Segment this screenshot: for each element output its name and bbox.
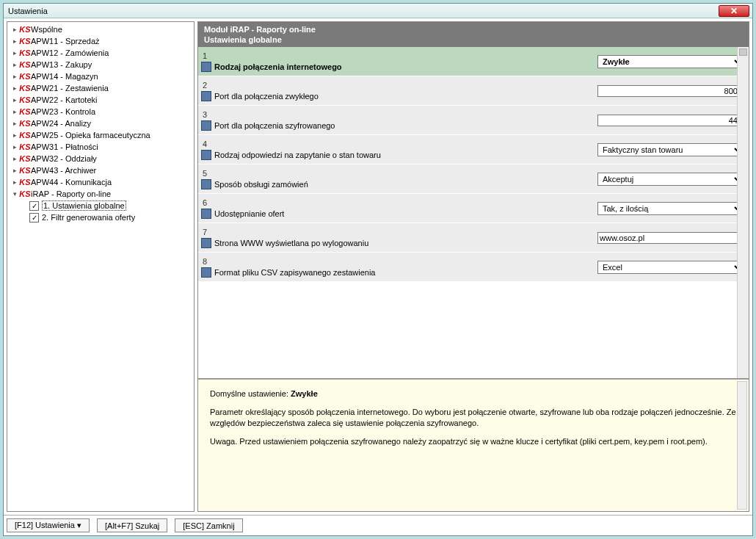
tree-item[interactable]: ▸KSAPW12 - Zamówienia: [9, 47, 192, 59]
tree-item[interactable]: ▸KSAPW23 - Kontrola: [9, 106, 192, 117]
close-button[interactable]: ✕: [719, 5, 749, 17]
setting-icon: [201, 120, 211, 131]
setting-label: Port dla połączenia szyfrowanego: [214, 121, 335, 130]
setting-label: Udostępnianie ofert: [214, 209, 284, 218]
tree-item[interactable]: ▸KSAPW32 - Oddziały: [9, 153, 192, 164]
tree-item[interactable]: ▸KSWspólne: [9, 23, 192, 35]
ks-icon: KS: [19, 177, 31, 187]
footer-toolbar: [F12] Ustawienia ▾ [Alt+F7] Szukaj [ESC]…: [4, 515, 752, 535]
chevron-right-icon[interactable]: ▸: [10, 131, 19, 139]
header-line2: Ustawienia globalne: [204, 35, 743, 45]
row-number: 3: [201, 110, 597, 119]
ks-icon: KS: [19, 59, 31, 70]
row-number: 1: [201, 51, 597, 60]
tree-item-label: APW11 - Sprzedaż: [31, 37, 100, 46]
settings-window: Ustawienia ✕ ▸KSWspólne▸KSAPW11 - Sprzed…: [3, 3, 753, 536]
ks-icon: KS: [19, 24, 31, 35]
setting-select[interactable]: Tak, z ilością: [597, 202, 744, 215]
scrollbar[interactable]: [737, 381, 747, 510]
chevron-right-icon[interactable]: ▸: [10, 61, 19, 68]
tree-sub-item[interactable]: ✓1. Ustawienia globalne: [9, 200, 192, 211]
setting-row[interactable]: 4Rodzaj odpowiedzi na zapytanie o stan t…: [198, 135, 749, 164]
default-setting-line: Domyślne ustawienie: Zwykłe: [210, 388, 737, 399]
setting-icon: [201, 267, 211, 278]
settings-panel: Moduł iRAP - Raporty on-line Ustawienia …: [197, 21, 749, 512]
setting-row[interactable]: 1Rodzaj połączenia internetowegoZwykłe: [198, 47, 749, 76]
search-button[interactable]: [Alt+F7] Szukaj: [97, 518, 167, 532]
ks-icon: KS: [19, 95, 31, 105]
tree-item[interactable]: ▸KSAPW43 - Archiwer: [9, 164, 192, 176]
setting-row[interactable]: 3Port dla połączenia szyfrowanego: [198, 106, 749, 135]
ks-icon: KS: [19, 48, 31, 58]
panel-header: Moduł iRAP - Raporty on-line Ustawienia …: [198, 22, 749, 47]
ks-icon: KS: [19, 71, 31, 82]
tree-item-label: APW24 - Analizy: [31, 119, 91, 128]
window-title: Ustawienia: [8, 7, 719, 15]
chevron-right-icon[interactable]: ▸: [10, 49, 19, 57]
chevron-right-icon[interactable]: ▸: [10, 143, 19, 151]
scrollbar[interactable]: [737, 47, 749, 378]
chevron-right-icon[interactable]: ▸: [10, 120, 19, 127]
tree-item-label: Wspólne: [31, 25, 62, 34]
setting-row[interactable]: 8Format pliku CSV zapisywanego zestawien…: [198, 253, 749, 282]
tree-item-label: APW25 - Opieka farmaceutyczna: [31, 131, 150, 140]
tree-item[interactable]: ▸KSAPW24 - Analizy: [9, 117, 192, 129]
checkbox-icon: ✓: [29, 213, 39, 223]
setting-icon: [201, 238, 211, 248]
tree-item[interactable]: ▸KSAPW21 - Zestawienia: [9, 82, 192, 94]
close-footer-button[interactable]: [ESC] Zamknij: [175, 518, 242, 532]
setting-select[interactable]: Zwykłe: [597, 55, 744, 68]
setting-input[interactable]: [597, 115, 744, 126]
setting-row[interactable]: 5Sposób obsługi zamówieńAkceptuj: [198, 164, 749, 194]
setting-select[interactable]: Akceptuj: [597, 173, 744, 186]
setting-label: Strona WWW wyświetlana po wylogowaniu: [214, 239, 368, 247]
setting-select[interactable]: Excel: [597, 261, 744, 274]
tree-item[interactable]: ▸KSAPW44 - Komunikacja: [9, 176, 192, 188]
description-p1: Parametr określający sposób połączenia i…: [210, 407, 737, 429]
row-number: 8: [201, 257, 597, 266]
setting-row[interactable]: 2Port dla połączenia zwykłego: [198, 76, 749, 106]
tree-item-label: APW31 - Płatności: [31, 142, 98, 151]
chevron-right-icon[interactable]: ▸: [10, 108, 19, 115]
description-p2: Uwaga. Przed ustawieniem połączenia szyf…: [210, 436, 737, 447]
tree-item-label: APW43 - Archiwer: [31, 166, 96, 175]
chevron-right-icon[interactable]: ▸: [10, 37, 19, 45]
ks-icon: KS: [19, 83, 31, 93]
chevron-right-icon[interactable]: ▸: [10, 84, 19, 92]
setting-label: Rodzaj odpowiedzi na zapytanie o stan to…: [214, 151, 381, 159]
row-number: 4: [201, 140, 597, 148]
ks-icon: KS: [19, 165, 31, 176]
setting-icon: [201, 62, 211, 72]
tree-item[interactable]: ▸KSAPW22 - Kartoteki: [9, 94, 192, 106]
scroll-thumb[interactable]: [739, 48, 747, 56]
setting-select[interactable]: Faktyczny stan towaru: [597, 143, 744, 156]
tree-item[interactable]: ▸KSAPW25 - Opieka farmaceutyczna: [9, 129, 192, 141]
tree-item[interactable]: ▸KSAPW31 - Płatności: [9, 141, 192, 153]
setting-row[interactable]: 6Udostępnianie ofertTak, z ilością: [198, 194, 749, 223]
chevron-right-icon[interactable]: ▸: [10, 26, 19, 33]
tree-item-label: APW14 - Magazyn: [31, 72, 98, 81]
tree-item-label: APW21 - Zestawienia: [31, 84, 109, 93]
setting-row[interactable]: 7Strona WWW wyświetlana po wylogowaniu: [198, 223, 749, 253]
setting-icon: [201, 150, 211, 160]
tree-item[interactable]: ▾KSiRAP - Raporty on-line: [9, 188, 192, 200]
tree-item[interactable]: ▸KSAPW14 - Magazyn: [9, 70, 192, 82]
ks-icon: KS: [19, 130, 31, 140]
setting-input[interactable]: [597, 85, 744, 97]
chevron-right-icon[interactable]: ▸: [10, 96, 19, 104]
chevron-right-icon[interactable]: ▸: [10, 73, 19, 80]
tree-item-label: APW12 - Zamówienia: [31, 48, 109, 57]
chevron-right-icon[interactable]: ▸: [10, 155, 19, 162]
tree-sub-item[interactable]: ✓2. Filtr generowania oferty: [9, 211, 192, 223]
tree-item[interactable]: ▸KSAPW13 - Zakupy: [9, 59, 192, 70]
settings-button[interactable]: [F12] Ustawienia ▾: [7, 518, 90, 532]
setting-input[interactable]: [597, 232, 744, 244]
nav-tree[interactable]: ▸KSWspólne▸KSAPW11 - Sprzedaż▸KSAPW12 - …: [7, 21, 195, 512]
chevron-right-icon[interactable]: ▸: [10, 178, 19, 186]
setting-label: Format pliku CSV zapisywanego zestawieni…: [214, 268, 376, 277]
tree-item[interactable]: ▸KSAPW11 - Sprzedaż: [9, 35, 192, 47]
chevron-down-icon[interactable]: ▾: [10, 190, 19, 198]
header-line1: Moduł iRAP - Raporty on-line: [204, 24, 743, 35]
chevron-right-icon[interactable]: ▸: [10, 167, 19, 174]
row-number: 5: [201, 169, 597, 178]
